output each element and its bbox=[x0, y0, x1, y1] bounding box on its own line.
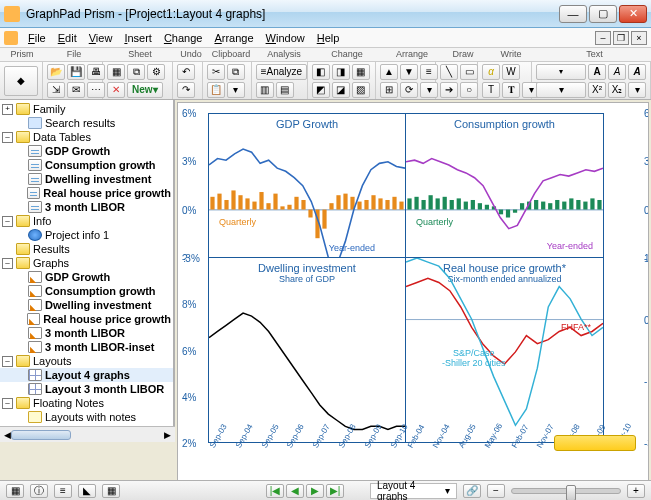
change-3-button[interactable]: ▦ bbox=[352, 64, 370, 80]
file-open-button[interactable]: 📂 bbox=[47, 64, 65, 80]
page-name-field[interactable]: Layout 4 graphs▾ bbox=[370, 483, 457, 499]
analyze-button[interactable]: ≡ Analyze bbox=[256, 64, 307, 80]
tree-toggle[interactable]: – bbox=[2, 258, 13, 269]
menu-file[interactable]: File bbox=[22, 30, 52, 46]
close-button[interactable]: ✕ bbox=[619, 5, 647, 23]
tree-floating-notes[interactable]: –Floating Notes bbox=[0, 396, 173, 410]
draw-circle-button[interactable]: ○ bbox=[460, 82, 478, 98]
tree-info[interactable]: –Info bbox=[0, 214, 173, 228]
layout-canvas[interactable]: 6%3%0%-3% 6%3%0%-3% ?8%6%4%2% 15%0%-15%-… bbox=[177, 102, 649, 482]
nav-next-button[interactable]: ▶ bbox=[306, 484, 324, 498]
arrange-back-button[interactable]: ▼ bbox=[400, 64, 418, 80]
text-italic-button[interactable]: A bbox=[608, 64, 626, 80]
arrange-group-button[interactable]: ⊞ bbox=[380, 82, 398, 98]
text-font-button[interactable]: ▾ bbox=[536, 64, 586, 80]
floating-note-icon[interactable] bbox=[554, 435, 636, 451]
tree-dt-1[interactable]: Consumption growth bbox=[0, 158, 173, 172]
sheet-delete-button[interactable]: ✕ bbox=[107, 82, 125, 98]
analysis-a-button[interactable]: ▥ bbox=[256, 82, 274, 98]
change-2-button[interactable]: ◨ bbox=[332, 64, 350, 80]
nav-prev-button[interactable]: ◀ bbox=[286, 484, 304, 498]
nav-first-button[interactable]: |◀ bbox=[266, 484, 284, 498]
sheet-dup-button[interactable]: ⧉ bbox=[127, 64, 145, 80]
clip-opt-button[interactable]: ▾ bbox=[227, 82, 245, 98]
tree-toggle[interactable]: – bbox=[2, 398, 13, 409]
zoom-out-button[interactable]: − bbox=[487, 484, 505, 498]
draw-line-button[interactable]: ╲ bbox=[440, 64, 458, 80]
change-4-button[interactable]: ◩ bbox=[312, 82, 330, 98]
status-tables-button[interactable]: ▦ bbox=[6, 484, 24, 498]
file-export-button[interactable]: ⇲ bbox=[47, 82, 65, 98]
tree-layouts[interactable]: –Layouts bbox=[0, 354, 173, 368]
sidebar-hscroll[interactable]: ◀ ▶ bbox=[0, 426, 175, 442]
tree-toggle[interactable]: – bbox=[2, 356, 13, 367]
redo-button[interactable]: ↷ bbox=[177, 82, 195, 98]
draw-rect-button[interactable]: ▭ bbox=[460, 64, 478, 80]
tree-ly-1[interactable]: Layout 3 month LIBOR bbox=[0, 382, 173, 396]
write-alpha-button[interactable]: α bbox=[482, 64, 500, 80]
paste-button[interactable]: 📋 bbox=[207, 82, 225, 98]
tree-toggle[interactable]: – bbox=[2, 132, 13, 143]
chart-house-price-growth[interactable]: Real house price growth* Six-month ended… bbox=[406, 258, 603, 442]
tree-toggle[interactable]: – bbox=[2, 216, 13, 227]
tree-layouts-notes[interactable]: Layouts with notes bbox=[0, 410, 173, 424]
copy-button[interactable]: ⧉ bbox=[227, 64, 245, 80]
menu-view[interactable]: View bbox=[83, 30, 119, 46]
status-layouts-button[interactable]: ▦ bbox=[102, 484, 120, 498]
analysis-b-button[interactable]: ▤ bbox=[276, 82, 294, 98]
menu-change[interactable]: Change bbox=[158, 30, 209, 46]
file-send-button[interactable]: ✉ bbox=[67, 82, 85, 98]
text-sup-button[interactable]: X² bbox=[588, 82, 606, 98]
menu-insert[interactable]: Insert bbox=[118, 30, 158, 46]
write-w-button[interactable]: W bbox=[502, 64, 520, 80]
scroll-thumb[interactable] bbox=[11, 430, 71, 440]
mdi-restore-button[interactable]: ❐ bbox=[613, 31, 629, 45]
prism-button[interactable]: ◆ bbox=[4, 66, 38, 96]
tree-gr-4[interactable]: 3 month LIBOR bbox=[0, 326, 173, 340]
text-bold-button[interactable]: A bbox=[588, 64, 606, 80]
text-more-button[interactable]: ▾ bbox=[628, 82, 646, 98]
write-text2-button[interactable]: 𝐓 bbox=[502, 82, 520, 98]
tree-dt-3[interactable]: Real house price growth bbox=[0, 186, 173, 200]
sheet-new-dropdown[interactable]: New ▾ bbox=[127, 82, 163, 98]
tree-dt-4[interactable]: 3 month LIBOR bbox=[0, 200, 173, 214]
zoom-in-button[interactable]: + bbox=[627, 484, 645, 498]
write-text-button[interactable]: T bbox=[482, 82, 500, 98]
status-graphs-button[interactable]: ◣ bbox=[78, 484, 96, 498]
cut-button[interactable]: ✂ bbox=[207, 64, 225, 80]
tree-dt-0[interactable]: GDP Growth bbox=[0, 144, 173, 158]
menu-help[interactable]: Help bbox=[311, 30, 346, 46]
arrange-rot-button[interactable]: ⟳ bbox=[400, 82, 418, 98]
tree-search-results[interactable]: Search results bbox=[0, 116, 173, 130]
chart-consumption-growth[interactable]: Consumption growth Quarterly Year-ended bbox=[406, 114, 603, 258]
text-bolditalic-button[interactable]: A bbox=[628, 64, 646, 80]
chart-dwelling-investment[interactable]: Dwelling investment Share of GDP bbox=[209, 258, 406, 442]
text-sub-button[interactable]: X₂ bbox=[608, 82, 626, 98]
tree-results[interactable]: Results bbox=[0, 242, 173, 256]
draw-arrow-button[interactable]: ➔ bbox=[440, 82, 458, 98]
change-6-button[interactable]: ▨ bbox=[352, 82, 370, 98]
tree-toggle[interactable]: + bbox=[2, 104, 13, 115]
tree-gr-5[interactable]: 3 month LIBOR-inset bbox=[0, 340, 173, 354]
link-button[interactable]: 🔗 bbox=[463, 484, 481, 498]
menu-window[interactable]: Window bbox=[260, 30, 311, 46]
nav-last-button[interactable]: ▶| bbox=[326, 484, 344, 498]
chart-gdp-growth[interactable]: GDP Growth Quarterly Year-ended bbox=[209, 114, 406, 258]
tree-gr-3[interactable]: Real house price growth bbox=[0, 312, 173, 326]
text-size-button[interactable]: ▾ bbox=[536, 82, 586, 98]
menu-arrange[interactable]: Arrange bbox=[208, 30, 259, 46]
sheet-opt-button[interactable]: ⚙ bbox=[147, 64, 165, 80]
status-info-button[interactable]: ⓘ bbox=[30, 484, 48, 498]
minimize-button[interactable]: — bbox=[559, 5, 587, 23]
menu-edit[interactable]: Edit bbox=[52, 30, 83, 46]
tree-project-info[interactable]: Project info 1 bbox=[0, 228, 173, 242]
change-1-button[interactable]: ◧ bbox=[312, 64, 330, 80]
undo-button[interactable]: ↶ bbox=[177, 64, 195, 80]
maximize-button[interactable]: ▢ bbox=[589, 5, 617, 23]
tree-data-tables[interactable]: –Data Tables bbox=[0, 130, 173, 144]
tree-dt-2[interactable]: Dwelling investment bbox=[0, 172, 173, 186]
file-save-button[interactable]: 💾 bbox=[67, 64, 85, 80]
zoom-slider[interactable] bbox=[511, 488, 621, 494]
sheet-new-button[interactable]: ▦ bbox=[107, 64, 125, 80]
mdi-minimize-button[interactable]: – bbox=[595, 31, 611, 45]
